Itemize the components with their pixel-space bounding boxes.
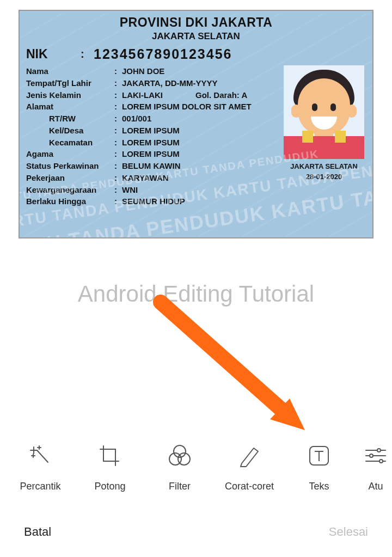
- nik-row: NIK : 1234567890123456: [26, 46, 372, 62]
- field-label-alamat: Alamat: [26, 101, 114, 113]
- field-value-status: BELUM KAWIN: [122, 160, 282, 172]
- tool-label: Teks: [309, 481, 329, 492]
- nik-label: NIK: [26, 47, 81, 62]
- nik-value: 1234567890123456: [94, 46, 232, 62]
- field-value-jk: LAKI-LAKIGol. Darah: A: [122, 89, 282, 101]
- field-label-berlaku: Berlaku Hingga: [26, 195, 114, 207]
- field-value-keldesa: LOREM IPSUM: [122, 125, 282, 137]
- field-label-ttl: Tempat/Tgl Lahir: [26, 77, 114, 89]
- svg-line-0: [161, 302, 287, 415]
- editor-toolbar[interactable]: Percantik Potong Filter Corat-coret: [0, 432, 392, 503]
- photo-caption-date: 28-01-2020: [306, 173, 342, 181]
- filter-venn-icon: [167, 443, 193, 469]
- cancel-button[interactable]: Batal: [24, 525, 51, 539]
- field-label-rtrw: RT/RW: [26, 113, 114, 125]
- tool-percantik[interactable]: Percantik: [5, 443, 75, 492]
- field-value-kwn: WNI: [122, 184, 282, 196]
- tool-label: Potong: [94, 481, 125, 492]
- field-value-nama: JOHN DOE: [122, 65, 282, 77]
- svg-point-16: [370, 454, 373, 457]
- tool-atur[interactable]: Atu: [354, 443, 392, 492]
- card-fields: Nama:JOHN DOE Tempat/Tgl Lahir:JAKARTA, …: [26, 65, 282, 207]
- svg-point-14: [377, 449, 381, 452]
- id-card-preview[interactable]: PROVINSI DKI JAKARTA JAKARTA SELATAN NIK…: [19, 10, 373, 238]
- field-label-kwn: Kewarganegaraan: [26, 184, 114, 196]
- pencil-icon: [236, 443, 262, 469]
- photo-caption-place: JAKARTA SELATAN: [290, 162, 358, 170]
- tool-label: Filter: [169, 481, 191, 492]
- field-value-ttl: JAKARTA, DD-MM-YYYY: [122, 77, 282, 89]
- card-city: JAKARTA SELATAN: [20, 31, 372, 42]
- tool-label: Percantik: [20, 481, 60, 492]
- tool-label: Corat-coret: [225, 481, 274, 492]
- photo-avatar: [284, 65, 364, 159]
- field-value-kecamatan: LOREM IPSUM: [122, 137, 282, 149]
- tool-corat-coret[interactable]: Corat-coret: [215, 443, 284, 492]
- field-label-pekerjaan: Pekerjaan: [26, 172, 114, 184]
- field-label-keldesa: Kel/Desa: [26, 125, 114, 137]
- field-label-jk: Jenis Kelamin: [26, 89, 114, 101]
- svg-marker-1: [270, 399, 305, 430]
- field-label-agama: Agama: [26, 148, 114, 160]
- field-value-pekerjaan: KARYAWAN: [122, 172, 282, 184]
- done-button[interactable]: Selesai: [329, 525, 368, 539]
- svg-point-18: [379, 460, 383, 463]
- field-label-kecamatan: Kecamatan: [26, 137, 114, 149]
- tool-label: Atu: [368, 481, 383, 492]
- field-label-status: Status Perkawinan: [26, 160, 114, 172]
- sliders-icon: [363, 443, 389, 469]
- sparkle-wand-icon: [27, 443, 53, 469]
- card-province: PROVINSI DKI JAKARTA: [20, 15, 372, 30]
- crop-icon: [97, 443, 123, 469]
- field-value-rtrw: 001/001: [122, 113, 282, 125]
- text-box-icon: [306, 443, 332, 469]
- field-label-nama: Nama: [26, 65, 114, 77]
- field-value-agama: LOREM IPSUM: [122, 148, 282, 160]
- nik-colon: :: [81, 48, 94, 60]
- bottom-bar: Batal Selesai: [0, 507, 392, 557]
- tool-filter[interactable]: Filter: [145, 443, 215, 492]
- tool-potong[interactable]: Potong: [75, 443, 145, 492]
- tutorial-watermark: Android Editing Tutorial: [0, 281, 392, 307]
- card-header: PROVINSI DKI JAKARTA JAKARTA SELATAN: [20, 11, 372, 42]
- svg-line-2: [37, 450, 48, 462]
- field-value-alamat: LOREM IPSUM DOLOR SIT AMET: [122, 101, 282, 113]
- field-value-berlaku: SEUMUR HIDUP: [122, 195, 282, 207]
- tool-teks[interactable]: Teks: [284, 443, 354, 492]
